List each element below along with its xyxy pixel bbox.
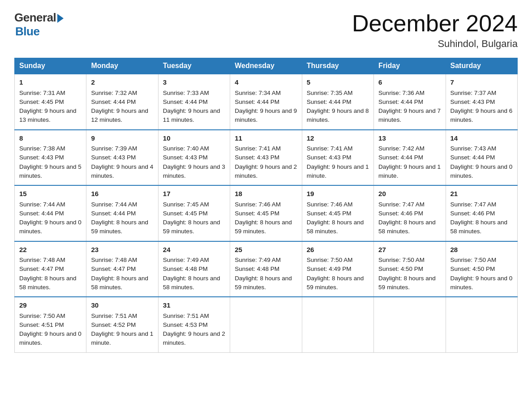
sunrise-label: Sunrise: 7:50 AM	[378, 257, 425, 263]
table-row: 25 Sunrise: 7:49 AM Sunset: 4:48 PM Dayl…	[230, 241, 302, 297]
day-number: 23	[91, 245, 153, 255]
daylight-label: Daylight: 9 hours and 9 minutes.	[235, 107, 297, 123]
table-row: 2 Sunrise: 7:32 AM Sunset: 4:44 PM Dayli…	[86, 74, 158, 130]
sunset-label: Sunset: 4:44 PM	[235, 98, 279, 105]
table-row: 6 Sunrise: 7:36 AM Sunset: 4:44 PM Dayli…	[374, 74, 446, 130]
table-row: 15 Sunrise: 7:44 AM Sunset: 4:44 PM Dayl…	[15, 185, 86, 241]
day-number: 3	[163, 77, 225, 88]
daylight-label: Daylight: 9 hours and 3 minutes.	[163, 163, 225, 179]
sunrise-label: Sunrise: 7:49 AM	[163, 257, 209, 263]
day-number: 29	[19, 300, 82, 311]
month-title: December 2024	[352, 11, 518, 36]
sunrise-label: Sunrise: 7:44 AM	[91, 201, 137, 208]
sunset-label: Sunset: 4:45 PM	[307, 210, 352, 217]
table-row	[230, 297, 302, 352]
title-block: December 2024 Suhindol, Bulgaria	[352, 11, 518, 50]
table-row: 23 Sunrise: 7:48 AM Sunset: 4:47 PM Dayl…	[86, 241, 158, 297]
calendar-week-row: 15 Sunrise: 7:44 AM Sunset: 4:44 PM Dayl…	[15, 185, 518, 241]
sunrise-label: Sunrise: 7:51 AM	[163, 313, 209, 319]
table-row: 12 Sunrise: 7:41 AM Sunset: 4:43 PM Dayl…	[302, 130, 373, 186]
daylight-label: Daylight: 9 hours and 11 minutes.	[163, 107, 220, 123]
day-number: 31	[163, 300, 225, 311]
table-row: 7 Sunrise: 7:37 AM Sunset: 4:43 PM Dayli…	[446, 74, 517, 130]
daylight-label: Daylight: 9 hours and 0 minutes.	[450, 275, 513, 291]
day-number: 20	[378, 189, 441, 199]
sunset-label: Sunset: 4:45 PM	[163, 210, 208, 217]
day-number: 27	[378, 245, 441, 255]
calendar-week-row: 1 Sunrise: 7:31 AM Sunset: 4:45 PM Dayli…	[15, 74, 518, 130]
day-number: 8	[19, 133, 82, 144]
sunrise-label: Sunrise: 7:49 AM	[235, 257, 281, 263]
sunset-label: Sunset: 4:51 PM	[19, 321, 64, 328]
sunset-label: Sunset: 4:53 PM	[163, 321, 208, 328]
sunrise-label: Sunrise: 7:44 AM	[19, 201, 65, 208]
daylight-label: Daylight: 8 hours and 58 minutes.	[19, 275, 77, 291]
table-row: 31 Sunrise: 7:51 AM Sunset: 4:53 PM Dayl…	[158, 297, 230, 352]
sunrise-label: Sunrise: 7:50 AM	[450, 257, 497, 263]
daylight-label: Daylight: 9 hours and 2 minutes.	[163, 330, 225, 346]
daylight-label: Daylight: 9 hours and 0 minutes.	[19, 219, 82, 235]
daylight-label: Daylight: 8 hours and 58 minutes.	[450, 219, 508, 235]
sunrise-label: Sunrise: 7:36 AM	[378, 90, 425, 96]
sunset-label: Sunset: 4:50 PM	[450, 265, 495, 272]
sunset-label: Sunset: 4:44 PM	[450, 154, 495, 161]
col-saturday: Saturday	[446, 58, 517, 74]
sunrise-label: Sunrise: 7:48 AM	[19, 257, 65, 263]
day-number: 10	[163, 133, 225, 144]
day-number: 19	[307, 189, 369, 199]
day-number: 5	[307, 77, 369, 88]
day-number: 18	[235, 189, 297, 199]
day-number: 22	[19, 245, 82, 255]
day-number: 28	[450, 245, 513, 255]
sunset-label: Sunset: 4:47 PM	[91, 265, 136, 272]
sunset-label: Sunset: 4:43 PM	[163, 154, 208, 161]
sunrise-label: Sunrise: 7:51 AM	[91, 313, 137, 319]
calendar-week-row: 29 Sunrise: 7:50 AM Sunset: 4:51 PM Dayl…	[15, 297, 518, 352]
day-number: 9	[91, 133, 153, 144]
table-row: 17 Sunrise: 7:45 AM Sunset: 4:45 PM Dayl…	[158, 185, 230, 241]
sunrise-label: Sunrise: 7:48 AM	[91, 257, 137, 263]
sunset-label: Sunset: 4:46 PM	[378, 210, 423, 217]
daylight-label: Daylight: 8 hours and 58 minutes.	[91, 275, 148, 291]
day-number: 30	[91, 300, 153, 311]
day-number: 25	[235, 245, 297, 255]
daylight-label: Daylight: 8 hours and 58 minutes.	[163, 275, 220, 291]
sunset-label: Sunset: 4:43 PM	[19, 154, 64, 161]
sunset-label: Sunset: 4:44 PM	[307, 98, 352, 105]
table-row: 27 Sunrise: 7:50 AM Sunset: 4:50 PM Dayl…	[374, 241, 446, 297]
sunrise-label: Sunrise: 7:32 AM	[91, 90, 137, 96]
sunrise-label: Sunrise: 7:42 AM	[378, 145, 425, 152]
day-number: 6	[378, 77, 441, 88]
sunset-label: Sunset: 4:49 PM	[307, 265, 352, 272]
col-thursday: Thursday	[302, 58, 373, 74]
day-number: 13	[378, 133, 441, 144]
sunrise-label: Sunrise: 7:37 AM	[450, 90, 497, 96]
daylight-label: Daylight: 8 hours and 59 minutes.	[91, 219, 148, 235]
daylight-label: Daylight: 8 hours and 58 minutes.	[378, 219, 436, 235]
table-row: 30 Sunrise: 7:51 AM Sunset: 4:52 PM Dayl…	[86, 297, 158, 352]
day-number: 12	[307, 133, 369, 144]
table-row: 9 Sunrise: 7:39 AM Sunset: 4:43 PM Dayli…	[86, 130, 158, 186]
daylight-label: Daylight: 8 hours and 59 minutes.	[235, 219, 292, 235]
table-row: 20 Sunrise: 7:47 AM Sunset: 4:46 PM Dayl…	[374, 185, 446, 241]
table-row: 11 Sunrise: 7:41 AM Sunset: 4:43 PM Dayl…	[230, 130, 302, 186]
daylight-label: Daylight: 8 hours and 58 minutes.	[307, 219, 364, 235]
col-monday: Monday	[86, 58, 158, 74]
sunset-label: Sunset: 4:44 PM	[163, 98, 208, 105]
sunrise-label: Sunrise: 7:46 AM	[307, 201, 353, 208]
table-row: 19 Sunrise: 7:46 AM Sunset: 4:45 PM Dayl…	[302, 185, 373, 241]
table-row	[446, 297, 517, 352]
daylight-label: Daylight: 9 hours and 0 minutes.	[450, 163, 513, 179]
daylight-label: Daylight: 9 hours and 13 minutes.	[19, 107, 77, 123]
daylight-label: Daylight: 9 hours and 5 minutes.	[19, 163, 82, 179]
daylight-label: Daylight: 8 hours and 59 minutes.	[163, 219, 220, 235]
sunrise-label: Sunrise: 7:33 AM	[163, 90, 209, 96]
day-number: 26	[307, 245, 369, 255]
sunset-label: Sunset: 4:44 PM	[19, 210, 64, 217]
daylight-label: Daylight: 8 hours and 59 minutes.	[378, 275, 436, 291]
sunrise-label: Sunrise: 7:35 AM	[307, 90, 353, 96]
sunset-label: Sunset: 4:48 PM	[163, 265, 208, 272]
sunrise-label: Sunrise: 7:43 AM	[450, 145, 497, 152]
table-row: 16 Sunrise: 7:44 AM Sunset: 4:44 PM Dayl…	[86, 185, 158, 241]
logo-general-text: General	[14, 11, 56, 25]
